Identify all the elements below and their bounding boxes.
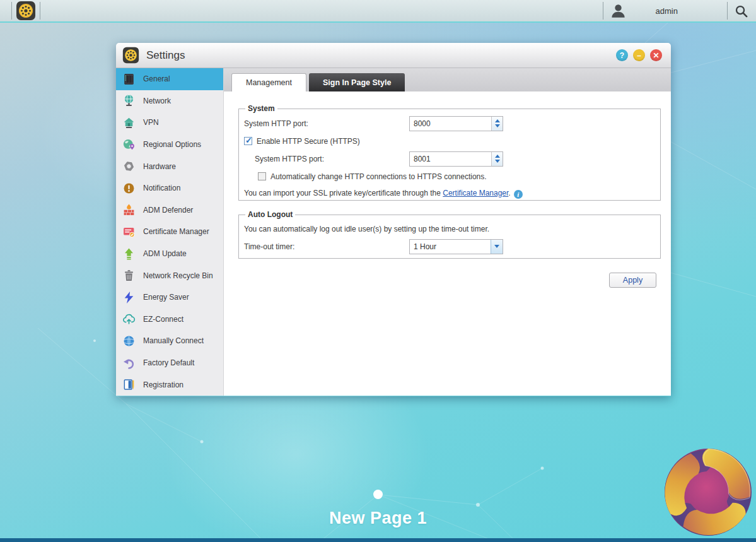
info-icon[interactable]: i	[514, 190, 523, 199]
https-enable-label: Enable HTTP Secure (HTTPS)	[257, 137, 360, 146]
https-port-spin-buttons[interactable]	[491, 152, 503, 166]
sidebar-item-adm-defender[interactable]: ADM Defender	[116, 199, 223, 221]
factory-default-icon	[122, 356, 136, 370]
settings-window: Settings ? – ✕ General	[116, 43, 671, 396]
sidebar-item-label: Notification	[143, 184, 180, 192]
https-enable-checkbox[interactable]	[244, 137, 252, 145]
sidebar-item-network-recycle-bin[interactable]: Network Recycle Bin	[116, 264, 223, 286]
user-menu[interactable]: admin	[603, 3, 727, 20]
sidebar-item-label: General	[143, 74, 170, 83]
close-button[interactable]: ✕	[650, 49, 662, 61]
system-section: System System HTTP port:	[238, 104, 661, 201]
regional-options-icon	[122, 138, 136, 151]
registration-icon	[122, 378, 136, 391]
adm-update-icon	[122, 247, 136, 261]
window-title: Settings	[146, 49, 185, 62]
spin-up-icon	[495, 119, 500, 122]
timeout-timer-label: Time-out timer:	[244, 242, 409, 251]
https-port-input[interactable]	[410, 152, 491, 166]
http-port-label: System HTTP port:	[244, 119, 409, 128]
notification-icon	[122, 182, 136, 195]
tab-bar: Management Sign In Page Style	[224, 68, 671, 91]
taskbar-separator	[11, 2, 12, 20]
sidebar-item-label: Factory Default	[143, 358, 194, 367]
chevron-down-icon	[494, 245, 499, 248]
taskbar-separator	[40, 2, 40, 20]
auto-redirect-label: Automatically change HTTP connections to…	[270, 172, 487, 181]
settings-app-icon	[122, 47, 139, 64]
tab-sign-in-page-style[interactable]: Sign In Page Style	[309, 73, 405, 91]
asustor-swirl-logo	[661, 444, 755, 540]
vpn-icon	[122, 116, 136, 129]
apply-button[interactable]: Apply	[609, 273, 656, 288]
certificate-manager-icon	[122, 225, 136, 239]
https-port-spinner	[409, 151, 503, 167]
general-icon	[122, 73, 136, 86]
taskbar-separator	[727, 2, 728, 20]
search-button[interactable]	[734, 4, 748, 18]
sidebar-item-manually-connect[interactable]: Manually Connect	[116, 330, 223, 352]
energy-saver-icon	[122, 291, 136, 304]
auto-logout-legend: Auto Logout	[245, 210, 295, 219]
sidebar-item-regional-options[interactable]: Regional Options	[116, 134, 223, 156]
sidebar-item-label: Certificate Manager	[143, 227, 209, 236]
ez-connect-icon	[122, 312, 136, 326]
adm-defender-icon	[122, 203, 136, 216]
sidebar-item-label: ADM Defender	[143, 206, 193, 215]
sidebar-item-label: Hardware	[143, 162, 176, 171]
desktop-page-indicator-dot[interactable]	[373, 490, 383, 499]
search-icon	[734, 4, 748, 18]
sidebar-item-label: Energy Saver	[143, 293, 189, 302]
hardware-icon	[122, 160, 136, 173]
management-panel: System System HTTP port:	[224, 91, 671, 396]
sidebar-item-label: Registration	[143, 380, 183, 389]
sidebar-item-factory-default[interactable]: Factory Default	[116, 352, 223, 374]
certificate-manager-link[interactable]: Certificate Manager	[443, 189, 508, 197]
http-port-spin-buttons[interactable]	[491, 117, 503, 131]
spin-down-icon	[495, 160, 500, 163]
sidebar-item-notification[interactable]: Notification	[116, 177, 223, 199]
sidebar-item-network[interactable]: Network	[116, 90, 223, 112]
timeout-timer-select[interactable]: 1 Hour	[409, 239, 503, 254]
manually-connect-icon	[122, 334, 136, 348]
minimize-button[interactable]: –	[633, 49, 645, 61]
sidebar-item-registration[interactable]: Registration	[116, 374, 223, 396]
username-label: admin	[656, 6, 678, 16]
spin-down-icon	[495, 124, 500, 127]
ssl-import-text: You can import your SSL private key/cert…	[244, 189, 523, 199]
timeout-timer-value: 1 Hour	[410, 240, 491, 254]
desktop-page-label: New Page 1	[0, 509, 756, 528]
window-titlebar[interactable]: Settings ? – ✕	[116, 43, 671, 68]
sidebar-item-label: Network	[143, 97, 171, 105]
sidebar-item-label: ADM Update	[143, 249, 187, 258]
sidebar-item-label: VPN	[143, 118, 159, 127]
sidebar-item-certificate-manager[interactable]: Certificate Manager	[116, 221, 223, 243]
network-recycle-bin-icon	[122, 269, 136, 282]
settings-sidebar: General Network VPN	[116, 68, 224, 396]
sidebar-item-vpn[interactable]: VPN	[116, 112, 223, 134]
sidebar-item-hardware[interactable]: Hardware	[116, 155, 223, 177]
tab-management[interactable]: Management	[231, 73, 306, 91]
sidebar-item-label: EZ-Connect	[143, 315, 183, 324]
sidebar-item-ez-connect[interactable]: EZ-Connect	[116, 309, 223, 331]
taskbar: admin	[0, 0, 756, 23]
spin-up-icon	[495, 155, 500, 158]
sidebar-item-adm-update[interactable]: ADM Update	[116, 243, 223, 265]
system-section-legend: System	[245, 104, 277, 113]
http-port-input[interactable]	[410, 117, 491, 131]
auto-redirect-checkbox[interactable]	[258, 172, 266, 180]
sidebar-item-energy-saver[interactable]: Energy Saver	[116, 286, 223, 309]
sidebar-item-general[interactable]: General	[116, 68, 223, 90]
bottom-edge-strip	[0, 538, 756, 542]
sidebar-item-label: Network Recycle Bin	[143, 271, 213, 280]
sidebar-item-label: Regional Options	[143, 140, 201, 149]
adm-settings-taskbar-button[interactable]	[16, 1, 36, 21]
https-port-label: System HTTPS port:	[255, 155, 409, 163]
sidebar-item-label: Manually Connect	[143, 336, 204, 345]
help-button[interactable]: ?	[616, 49, 628, 61]
dropdown-button[interactable]	[491, 240, 503, 254]
auto-logout-description: You can automatically log out idle user(…	[244, 225, 489, 233]
network-icon	[122, 94, 136, 107]
auto-logout-section: Auto Logout You can automatically log ou…	[238, 210, 661, 259]
adm-settings-app-icon	[16, 1, 36, 21]
